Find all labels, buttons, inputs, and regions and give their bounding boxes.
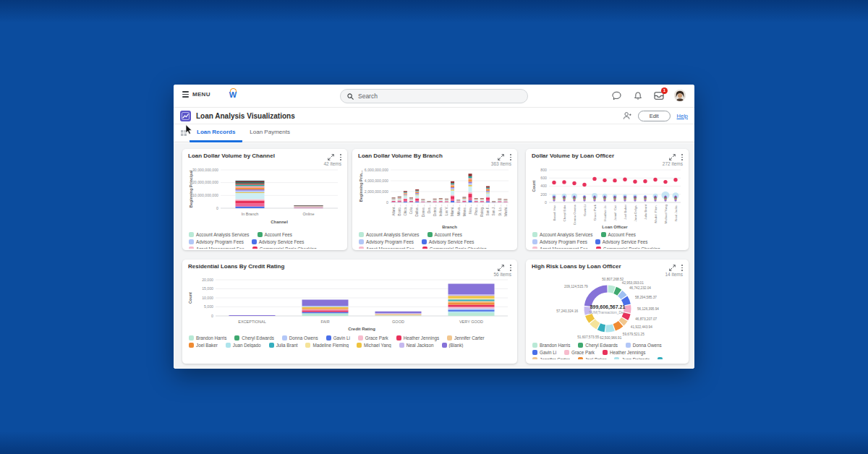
svg-text:Julia Brant: Julia Brant <box>643 204 647 220</box>
chart-legend: Brandon HarrisCheryl EdwardsDonna OwensG… <box>182 333 517 348</box>
chart-branch-canvas[interactable]: 02,000,000,0004,000,000,0006,000,000,000… <box>357 166 512 230</box>
svg-text:New...: New... <box>469 205 472 214</box>
legend-item: Account Fees <box>601 232 637 237</box>
svg-text:2,000,000,000: 2,000,000,000 <box>365 189 388 194</box>
legend-swatch <box>614 357 619 359</box>
svg-text:800: 800 <box>540 168 547 172</box>
tab-loan-payments[interactable]: Loan Payments <box>242 129 297 142</box>
svg-text:5,000: 5,000 <box>204 304 213 309</box>
svg-text:Las V...: Las V... <box>445 205 448 215</box>
legend-swatch <box>447 335 452 340</box>
more-options-icon[interactable] <box>681 265 684 270</box>
help-link[interactable]: Help <box>677 113 688 119</box>
expand-icon[interactable] <box>669 265 676 271</box>
svg-text:San J...: San J... <box>492 205 495 216</box>
chart-donut-canvas[interactable]: 50,807,268.5242,953,093.0146,742,232.045… <box>530 277 685 340</box>
dashboard-app-icon <box>180 111 191 121</box>
svg-text:Des...: Des... <box>427 205 431 213</box>
expand-icon[interactable] <box>669 154 676 160</box>
workday-logo[interactable]: W <box>227 88 239 98</box>
search-placeholder: Search <box>358 93 378 100</box>
legend-item: Juan Delgado <box>614 357 650 359</box>
svg-text:51,607,573.55: 51,607,573.55 <box>577 335 599 339</box>
svg-text:Atlant...: Atlant... <box>392 205 396 216</box>
expand-icon[interactable] <box>498 154 504 160</box>
svg-text:4,000,000,000: 4,000,000,000 <box>365 179 388 183</box>
avatar[interactable] <box>674 90 686 101</box>
dashboard-content: Loan Dollar Volume by Channel 42 items 0… <box>174 143 694 369</box>
svg-text:41,922,443.94: 41,922,443.94 <box>630 325 652 329</box>
legend-swatch <box>252 247 258 249</box>
people-icon[interactable] <box>623 111 631 120</box>
chart-title: Dollar Volume by Loan Officer <box>532 153 669 160</box>
legend-item: Gavin Li <box>532 350 556 355</box>
svg-text:Miami...: Miami... <box>451 205 454 216</box>
legend-swatch <box>532 350 537 355</box>
svg-text:Online: Online <box>303 212 315 216</box>
legend-swatch <box>358 335 363 340</box>
inbox-badge: 1 <box>661 87 668 94</box>
logo-letter: W <box>227 92 239 98</box>
svg-text:10,000: 10,000 <box>202 296 213 300</box>
svg-text:In Branch: In Branch <box>242 212 259 216</box>
more-options-icon[interactable] <box>339 154 342 160</box>
svg-text:0: 0 <box>211 314 213 318</box>
svg-text:St. Lo...: St. Lo... <box>498 205 502 216</box>
legend-item: Joel Baker <box>189 343 218 348</box>
svg-text:Cheryl Edw.: Cheryl Edw. <box>562 205 566 221</box>
svg-text:VERY GOOD: VERY GOOD <box>459 320 482 324</box>
chat-icon <box>612 91 621 100</box>
svg-text:GOOD: GOOD <box>392 320 404 324</box>
bell-icon <box>634 91 642 100</box>
chart-title: Loan Dollar Volume By Branch <box>358 153 498 160</box>
inbox-button[interactable]: 1 <box>653 90 664 101</box>
svg-text:30,000,000,000: 30,000,000,000 <box>192 168 218 172</box>
legend-item: Commercial Basic Checking <box>422 247 487 249</box>
legend-swatch <box>399 343 404 348</box>
legend-item: Asset Management Fee <box>359 247 414 249</box>
svg-text:Beginning Prin...: Beginning Prin... <box>359 170 363 202</box>
legend-item: Account Fees <box>258 232 293 237</box>
tab-loan-records[interactable]: Loan Records <box>190 129 242 142</box>
svg-text:57,240,324.16: 57,240,324.16 <box>556 309 578 313</box>
legend-swatch <box>422 239 427 244</box>
chat-button[interactable] <box>611 90 622 101</box>
search-input[interactable]: Search <box>340 89 528 103</box>
legend-swatch <box>305 343 310 348</box>
notifications-button[interactable] <box>632 90 643 101</box>
svg-text:Chica...: Chica... <box>404 205 407 216</box>
svg-text:Beginning Principal: Beginning Principal <box>189 170 193 207</box>
legend-item: Advisory Program Fees <box>359 239 414 244</box>
svg-text:Colu...: Colu... <box>409 205 413 214</box>
chart-credit-rating-canvas[interactable]: 05,00010,00015,00020,000CountCredit Rati… <box>187 277 514 333</box>
expand-icon[interactable] <box>328 154 334 160</box>
more-options-icon[interactable] <box>509 154 512 160</box>
legend-item: Account Analysis Services <box>532 232 593 237</box>
legend-swatch <box>603 350 608 355</box>
legend-item: Donna Owens <box>626 343 662 348</box>
chart-channel-canvas[interactable]: 010,000,000,00020,000,000,00030,000,000,… <box>187 166 342 230</box>
svg-text:Channel: Channel <box>271 220 288 224</box>
menu-button[interactable]: MENU <box>182 91 210 98</box>
svg-text:46,873,207.07: 46,873,207.07 <box>635 317 657 321</box>
edit-button[interactable]: Edit <box>638 111 671 121</box>
svg-text:Raleig...: Raleig... <box>480 205 484 217</box>
legend-item: Advisory Program Fees <box>189 239 244 244</box>
expand-icon[interactable] <box>498 265 504 271</box>
svg-text:10,000,000,000: 10,000,000,000 <box>192 193 218 197</box>
svg-text:Neal Jacks.: Neal Jacks. <box>673 205 677 221</box>
legend-item-clipped <box>658 357 675 359</box>
more-options-icon[interactable] <box>681 154 684 160</box>
svg-text:Phoe...: Phoe... <box>475 205 478 215</box>
legend-item: Grace Park <box>358 335 388 340</box>
legend-item: Donna Owens <box>282 335 318 340</box>
more-options-icon[interactable] <box>509 265 512 270</box>
svg-text:Denve...: Denve... <box>422 205 425 217</box>
chart-legend: Account Analysis ServicesAccount FeesAdv… <box>182 230 347 249</box>
legend-item: Asset Management Fee <box>532 247 588 249</box>
svg-text:20,000: 20,000 <box>202 278 213 282</box>
grid-icon[interactable] <box>181 130 187 136</box>
svg-text:20,000,000,000: 20,000,000,000 <box>192 180 218 184</box>
legend-swatch <box>532 357 537 359</box>
chart-officer-bubble-canvas[interactable]: 0200400600800CountLoan OfficerBrand. Har… <box>530 166 685 230</box>
